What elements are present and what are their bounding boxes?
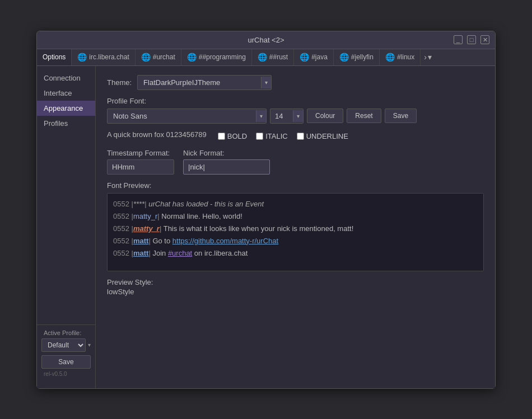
theme-value: FlatDarkPurpleIJTheme: [138, 76, 261, 90]
reset-button[interactable]: Reset: [347, 109, 381, 123]
preview-nick-3: matty_r: [133, 224, 160, 233]
sidebar-item-profiles[interactable]: Profiles: [37, 116, 95, 131]
theme-label: Theme:: [107, 78, 132, 87]
font-preview-sample: A quick brown fox 0123456789: [107, 130, 207, 139]
profile-font-row: Profile Font:: [107, 97, 484, 105]
active-profile-label: Active Profile:: [41, 329, 91, 336]
profile-dropdown-arrow: ▾: [88, 342, 91, 348]
font-preview-label: Font Preview:: [107, 181, 151, 190]
preview-line-2: 0552 |matty_r| Normal line. Hello, world…: [113, 210, 478, 223]
bold-checkbox-input[interactable]: [218, 133, 225, 140]
tab-jellyfin-icon: 🌐: [339, 53, 349, 62]
font-dropdown[interactable]: Noto Sans ▾: [107, 109, 267, 124]
nick-format-input[interactable]: [183, 159, 270, 175]
tab-linux-label: #linux: [397, 53, 414, 61]
tab-rust-label: ##rust: [269, 53, 288, 61]
style-checkboxes: BOLD ITALIC UNDERLINE: [218, 132, 348, 140]
underline-checkbox-input[interactable]: [297, 133, 304, 140]
profile-select-row: Default ▾: [41, 338, 91, 352]
bold-label: BOLD: [227, 132, 247, 140]
preview-text-4: Go to: [152, 237, 172, 245]
save-profile-button[interactable]: Save: [41, 355, 91, 369]
close-button[interactable]: ✕: [480, 35, 489, 44]
window-controls: _ □ ✕: [454, 35, 489, 44]
bold-checkbox[interactable]: BOLD: [218, 132, 247, 140]
tab-programming-icon: 🌐: [187, 53, 197, 62]
font-value: Noto Sans: [108, 109, 256, 123]
preview-time-1: 0552: [113, 200, 129, 208]
tab-urchat[interactable]: 🌐 #urchat: [136, 49, 181, 65]
preview-checkboxes-row: A quick brown fox 0123456789 BOLD ITALIC…: [107, 130, 484, 142]
timestamp-input[interactable]: [107, 159, 174, 175]
tab-java-label: #java: [311, 53, 328, 61]
preview-style-section: Preview Style: lowStyle: [107, 278, 484, 296]
preview-nick-4: matt: [133, 237, 148, 245]
tab-java-icon: 🌐: [300, 53, 309, 62]
tab-irc-libera-label: irc.libera.chat: [89, 53, 129, 61]
nick-format-label: Nick Format:: [183, 149, 270, 157]
minimize-button[interactable]: _: [454, 35, 463, 44]
font-size-dropdown[interactable]: 14 ▾: [270, 109, 304, 124]
preview-nick-2: matty_r: [133, 212, 157, 220]
italic-label: ITALIC: [265, 132, 288, 140]
font-dropdown-arrow: ▾: [256, 110, 266, 122]
preview-style-value: lowStyle: [107, 288, 484, 296]
sidebar: Connection Interface Appearance Profiles…: [37, 66, 96, 388]
tab-urchat-label: #urchat: [153, 53, 175, 61]
profile-select[interactable]: Default: [41, 338, 86, 352]
tab-dropdown-icon: ▾: [428, 53, 432, 62]
preview-text-2: Normal line. Hello, world!: [161, 212, 242, 220]
main-content: Connection Interface Appearance Profiles…: [37, 66, 495, 388]
preview-time-2: 0552: [113, 212, 129, 220]
sidebar-item-interface[interactable]: Interface: [37, 86, 95, 101]
nick-format-field: Nick Format:: [183, 149, 270, 175]
preview-sep-2b: |: [157, 212, 159, 220]
tab-linux[interactable]: 🌐 #linux: [380, 49, 421, 65]
preview-link-4: https://github.com/matty-r/urChat: [172, 237, 278, 245]
tab-irc-libera[interactable]: 🌐 irc.libera.chat: [72, 49, 135, 65]
preview-sep-3b: |: [160, 224, 161, 233]
sidebar-item-connection[interactable]: Connection: [37, 70, 95, 86]
titlebar: urChat <2> _ □ ✕: [37, 31, 495, 49]
tab-jellyfin[interactable]: 🌐 #jellyfin: [334, 49, 380, 65]
tab-urchat-icon: 🌐: [141, 53, 151, 62]
italic-checkbox[interactable]: ITALIC: [256, 132, 288, 140]
tab-more-icon: ›: [424, 53, 427, 62]
font-selection-row: Noto Sans ▾ 14 ▾ Colour Reset Save: [107, 109, 484, 124]
preview-line-4: 0552 |matt| Go to https://github.com/mat…: [113, 235, 478, 247]
preview-line-5: 0552 |matt| Join #urchat on irc.libera.c…: [113, 247, 478, 260]
maximize-button[interactable]: □: [467, 35, 476, 44]
tab-irc-libera-icon: 🌐: [77, 53, 87, 62]
tab-programming-label: ##programming: [199, 53, 246, 61]
window-title: urChat <2>: [248, 36, 284, 44]
underline-checkbox[interactable]: UNDERLINE: [297, 132, 348, 140]
underline-label: UNDERLINE: [306, 132, 348, 140]
preview-time-3: 0552: [113, 224, 129, 233]
tab-rust[interactable]: 🌐 ##rust: [252, 49, 294, 65]
sidebar-item-appearance[interactable]: Appearance: [37, 101, 95, 116]
theme-dropdown[interactable]: FlatDarkPurpleIJTheme ▾: [137, 75, 272, 90]
main-window: urChat <2> _ □ ✕ Options 🌐 irc.libera.ch…: [36, 31, 496, 389]
tab-jellyfin-label: #jellyfin: [351, 53, 374, 61]
colour-button[interactable]: Colour: [307, 109, 343, 123]
preview-style-label: Preview Style:: [107, 278, 484, 286]
font-preview-box: 0552 |****| urChat has loaded - this is …: [107, 193, 484, 271]
tab-java[interactable]: 🌐 #java: [294, 49, 334, 65]
tab-options[interactable]: Options: [37, 49, 72, 65]
version-text: rel-v0.5.0: [41, 369, 91, 379]
preview-line-1: 0552 |****| urChat has loaded - this is …: [113, 198, 478, 210]
preview-text-3: This is what it looks like when your nic…: [164, 224, 354, 233]
preview-text-5b: on irc.libera.chat: [192, 249, 248, 257]
italic-checkbox-input[interactable]: [256, 133, 263, 140]
preview-nick-1: ****: [133, 200, 144, 208]
sidebar-bottom: Active Profile: Default ▾ Save rel-v0.5.…: [37, 324, 95, 384]
preview-text-5a: Join: [152, 249, 167, 257]
tab-more-button[interactable]: › ▾: [421, 49, 435, 65]
tab-rust-icon: 🌐: [258, 53, 267, 62]
save-font-button[interactable]: Save: [385, 109, 417, 123]
preview-text-1: urChat has loaded - this is an Event: [148, 200, 264, 208]
timestamp-label: Timestamp Format:: [107, 149, 174, 157]
preview-sep-4b: |: [148, 237, 150, 245]
preview-sep-5b: |: [148, 249, 150, 257]
tab-programming[interactable]: 🌐 ##programming: [181, 49, 252, 65]
